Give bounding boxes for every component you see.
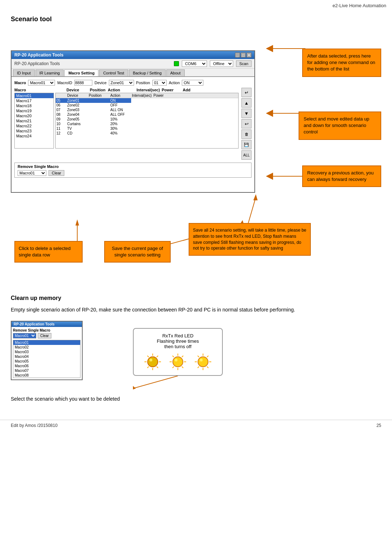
list-item[interactable]: Macro06	[13, 364, 80, 368]
callout-top-right-text: After data selected, press here for addi…	[307, 53, 375, 72]
list-item[interactable]: Macro08	[13, 373, 80, 378]
callout-bottom-mid: Save the current page of single scenario…	[104, 241, 171, 263]
svg-marker-0	[266, 45, 273, 52]
save-page-button[interactable]: 💾	[241, 140, 252, 149]
svg-point-41	[198, 357, 208, 367]
status-select[interactable]: Offline	[210, 60, 233, 67]
move-down-button[interactable]: ▼	[241, 109, 252, 118]
footer-right: 25	[377, 423, 381, 428]
delete-row-button[interactable]: 🗑	[241, 129, 252, 139]
com-port-select[interactable]: COM6	[182, 60, 207, 67]
position-label: Position	[136, 81, 150, 85]
close-btn[interactable]: ×	[246, 53, 252, 58]
green-indicator	[174, 61, 179, 66]
tab-macro-setting[interactable]: Macro Setting	[64, 69, 98, 76]
mini-macro-list[interactable]: Macro01 Macro02 Macro03 Macro04 Macro05 …	[13, 340, 80, 378]
detail-list-panel[interactable]: Device Position Action Interval(sec) Pow…	[55, 93, 239, 149]
position-col-header: Position	[90, 88, 108, 92]
tab-backup-setting[interactable]: Backup / Setting	[129, 69, 166, 76]
app-toolbar: RP-20 Application Tools COM6 Offline Sca…	[11, 59, 254, 69]
bottom-screenshot: RP-20 Application Tools Remove Single Ma…	[11, 321, 381, 390]
led-svg-3	[194, 353, 212, 371]
macro-id-label: MacroID	[57, 81, 72, 85]
macro-list-item-selected[interactable]: Macro01	[15, 93, 54, 98]
maximize-btn[interactable]: □	[241, 53, 246, 58]
device-select[interactable]: Zone01	[109, 80, 134, 86]
remove-macro-select[interactable]: Macro01	[18, 170, 46, 176]
device-col-header: Device	[66, 88, 90, 92]
list-item[interactable]: Macro07	[13, 368, 80, 373]
data-panels: Macro Device Position Action Interval(se…	[14, 88, 239, 160]
led-icons	[141, 353, 215, 371]
mini-clear-button[interactable]: Clear	[38, 333, 51, 338]
svg-point-21	[148, 357, 158, 367]
led-line3: then turns off	[141, 344, 215, 349]
svg-marker-4	[266, 173, 273, 180]
add-enter-button[interactable]: ↵	[241, 88, 252, 97]
list-item[interactable]: 09 Zone05 10%	[56, 117, 238, 122]
pos-col-header	[54, 88, 66, 92]
callout-mid-right: Select and move edited data up and down …	[299, 111, 381, 140]
callout-mid-right-text: Select and move edited data up and down …	[304, 116, 369, 135]
macro-list-panel[interactable]: Macro01 Macro17 Macro18 Macro19 Macro20 …	[14, 93, 54, 149]
list-item[interactable]: 12 CD 40%	[56, 131, 238, 136]
mini-titlebar: RP-20 Application Tools	[11, 322, 82, 327]
list-item[interactable]: 10 Curtains 20%	[56, 122, 238, 126]
list-item[interactable]: Macro03	[13, 350, 80, 354]
list-item[interactable]: Macro18	[15, 103, 54, 108]
led-icon-3	[194, 353, 212, 371]
tab-control-test[interactable]: Control Test	[99, 69, 128, 76]
list-item[interactable]: Macro21	[15, 118, 54, 123]
led-icon-1	[144, 353, 162, 371]
minimize-btn[interactable]: _	[235, 53, 240, 58]
move-up-button[interactable]: ▲	[241, 98, 252, 108]
svg-line-17	[147, 366, 149, 368]
action-select[interactable]: ON	[182, 80, 203, 86]
callout-bottom-left: Click to delete a selected single data r…	[14, 241, 83, 263]
tab-ir-learning[interactable]: IR Learning	[36, 69, 64, 76]
svg-line-30	[172, 356, 174, 357]
remove-section-label: Remove Single Macro	[18, 164, 248, 169]
scan-button[interactable]: Scan	[236, 60, 252, 67]
callout-bottom-right-text: Recovery a previous action, you can alwa…	[307, 170, 374, 182]
list-item[interactable]: 05 Zone01 ON	[56, 98, 238, 103]
list-item[interactable]: Macro24	[15, 133, 54, 138]
list-item[interactable]: Macro04	[13, 354, 80, 359]
clear-button[interactable]: Clear	[49, 170, 64, 176]
section2-desc: Empty single scenario action of RP-20, m…	[11, 306, 381, 314]
action-col-header: Action	[108, 88, 137, 92]
list-item[interactable]: 08 Zone04 ALL OFF	[56, 112, 238, 117]
detail-header: Device Position Action Interval(sec) Pow…	[56, 93, 238, 98]
list-item[interactable]: Macro23	[15, 128, 54, 133]
mini-list-item-selected[interactable]: Macro01	[13, 340, 80, 345]
mini-macro-select[interactable]: Macro01	[13, 333, 36, 338]
page-header: e2-Live Home Automation	[0, 0, 392, 8]
mini-body: Remove Single Macro Macro01 Clear Macro0…	[11, 327, 82, 379]
callout-bottom-left-text: Click to delete a selected single data r…	[19, 246, 71, 258]
svg-point-42	[200, 359, 203, 361]
app-title: RP-20 Application Tools	[14, 53, 64, 58]
macro-id-input[interactable]: 8888	[74, 80, 92, 86]
led-area: RxTx Red LED Flashing three times then t…	[133, 328, 241, 390]
list-item[interactable]: 06 Zone02 OFF	[56, 103, 238, 108]
svg-point-22	[149, 359, 152, 361]
list-item[interactable]: Macro17	[15, 98, 54, 103]
svg-point-32	[175, 359, 177, 361]
list-item[interactable]: 07 Zone03 ALL ON	[56, 108, 238, 112]
tab-id-input[interactable]: ID Input	[13, 69, 35, 76]
tab-about[interactable]: About	[166, 69, 185, 76]
macro-select[interactable]: Macro01	[28, 80, 55, 86]
list-item[interactable]: Macro19	[15, 108, 54, 113]
footer-left: Edit by Amos /20150810	[11, 423, 57, 428]
save-all-button[interactable]: ALL	[241, 150, 252, 160]
list-item[interactable]: 11 TV 30%	[56, 126, 238, 131]
list-item[interactable]: Macro02	[13, 345, 80, 350]
svg-line-34	[207, 356, 208, 357]
app-titlebar: RP-20 Application Tools _ □ ×	[11, 51, 254, 59]
list-item[interactable]: Macro22	[15, 123, 54, 128]
undo-button[interactable]: ↩	[241, 119, 252, 128]
list-item[interactable]: Macro05	[13, 359, 80, 364]
position-select[interactable]: 01	[152, 80, 167, 86]
callout-bottom-far-right: Save all 24 scenario setting, will take …	[189, 223, 311, 256]
list-item[interactable]: Macro20	[15, 113, 54, 118]
